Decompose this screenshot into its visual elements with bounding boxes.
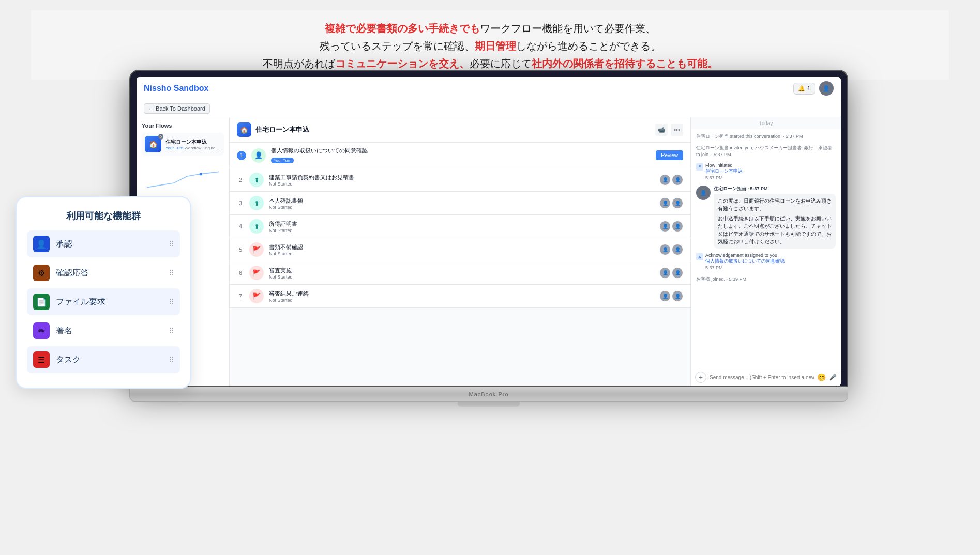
notification-button[interactable]: 🔔 1 [793,83,815,95]
task-row[interactable]: 3 ⬆ 本人確認書類 Not Started 👤 👤 [230,192,690,215]
flow-sub: Your Turn Workflow Engine as... [165,146,221,150]
task-body: 個人情報の取扱いについての同意確認 Your Turn [271,147,651,164]
task-avatar-2: 👤 [672,244,683,255]
task-number: 3 [237,200,244,206]
screen-inner: Nissho Sandbox 🔔 1 👤 ← Back To Dashboard [137,77,841,386]
notification-count: 1 [807,85,810,91]
chat-messages: 住宅ローン担当 started this conversation. · 5:3… [691,129,841,368]
task-avatar-2: 👤 [672,290,683,302]
back-to-dashboard-button[interactable]: ← Back To Dashboard [144,103,210,114]
flow-event-link[interactable]: 住宅ローン本申込 [705,168,743,174]
your-turn-badge: Your Turn [271,158,294,163]
feature-item-label: ファイル要求 [56,297,162,307]
feature-item-label: 署名 [56,326,162,336]
task-list-panel: 🏠 住宅ローン本申込 📹 ••• 1 👤 個人情報の取扱いについての同意確認 Y… [230,117,691,386]
task-row[interactable]: 5 🚩 書類不備確認 Not Started 👤 👤 [230,238,690,261]
sidebar-title: Your Flows [142,122,224,129]
line1-normal: ワークフロー機能を用いて必要作業、 [480,23,656,34]
line3-red: コミュニケーションを交え、 [335,58,470,69]
feature-item-icon: 📄 [33,294,50,310]
task-status: Not Started [269,228,654,233]
laptop-container: Nissho Sandbox 🔔 1 👤 ← Back To Dashboard [129,70,848,407]
chat-panel: Today 住宅ローン担当 started this conversation.… [691,117,841,386]
task-name: 書類不備確認 [269,243,654,251]
drag-handle[interactable]: ⠿ [169,240,174,248]
task-name: 本人確認書類 [269,197,654,205]
drag-handle[interactable]: ⠿ [169,327,174,335]
line3-normal2: 必要に応じて [470,58,532,69]
flow-icon: 🏠 0 [145,136,161,152]
task-row[interactable]: 1 👤 個人情報の取扱いについての同意確認 Your Turn Review [230,143,690,168]
line3-normal: 不明点があれば [263,58,335,69]
drag-handle[interactable]: ⠿ [169,356,174,364]
chat-system-message: お客様 joined. · 5:39 PM [696,276,836,283]
chat-message-input[interactable] [710,375,814,380]
feature-items: 👤 承認 ⠿ ⚙ 確認応答 ⠿ 📄 ファイル要求 ⠿ ✏ 署名 ⠿ ☰ タスク … [27,230,180,373]
your-turn-label: Your Turn [165,146,183,150]
drag-handle[interactable]: ⠿ [169,298,174,306]
drag-handle[interactable]: ⠿ [169,269,174,277]
feature-item-icon: ☰ [33,351,50,368]
chat-ack: A Acknowledgement assigned to you 個人情報の取… [696,253,836,272]
task-icon: 🚩 [249,242,264,257]
video-call-button[interactable]: 📹 [655,124,668,136]
task-avatar-2: 👤 [672,174,683,186]
task-status: Not Started [269,181,654,187]
feature-item-label: 確認応答 [56,268,162,279]
ack-label: Acknowledgement assigned to you [705,253,785,258]
task-list-actions: 📹 ••• [655,124,683,136]
task-body: 建築工事請負契約書又はお見積書 Not Started [269,174,654,187]
chat-add-button[interactable]: + [695,372,706,383]
chart-svg [147,161,219,192]
task-status: Not Started [269,298,654,303]
more-options-button[interactable]: ••• [671,124,683,136]
bubble-content: 住宅ローン担当 · 5:37 PM この度は、日商銀行の住宅ローンをお申込み頂き… [714,186,836,249]
ack-link[interactable]: 個人情報の取扱いについての同意確認 [705,258,785,264]
back-bar: ← Back To Dashboard [137,100,841,117]
task-row[interactable]: 7 🚩 審査結果ご連絡 Not Started 👤 👤 [230,285,690,308]
task-avatars: 👤 👤 [659,267,683,279]
feature-item-icon: 👤 [33,236,50,252]
task-avatars: 👤 👤 [659,290,683,302]
review-button[interactable]: Review [656,150,683,160]
task-row[interactable]: 4 ⬆ 所得証明書 Not Started 👤 👤 [230,215,690,238]
avatar-icon: 👤 [823,85,830,92]
mic-button[interactable]: 🎤 [829,374,837,381]
feature-box: 利用可能な機能群 👤 承認 ⠿ ⚙ 確認応答 ⠿ 📄 ファイル要求 ⠿ ✏ 署名… [16,196,191,389]
task-avatar-2: 👤 [672,267,683,279]
task-name: 審査結果ご連絡 [269,290,654,298]
macbook-screen: Nissho Sandbox 🔔 1 👤 ← Back To Dashboard [129,70,848,387]
macbook-label: MacBook Pro [469,391,508,397]
task-name: 個人情報の取扱いについての同意確認 [271,147,651,155]
flow-info: 住宅ローン本申込 Your Turn Workflow Engine as... [165,138,221,150]
task-list-header: 🏠 住宅ローン本申込 📹 ••• [230,117,690,143]
task-name: 所得証明書 [269,220,654,228]
task-body: 審査実施 Not Started [269,267,654,280]
workflow-engine-label: Workflow Engine as... [185,146,221,150]
flow-item[interactable]: 🏠 0 住宅ローン本申込 Your Turn Workflow Engine a… [142,133,224,156]
svg-point-0 [200,173,202,175]
task-avatars: 👤 👤 [659,197,683,209]
task-row[interactable]: 2 ⬆ 建築工事請負契約書又はお見積書 Not Started 👤 👤 [230,168,690,192]
chat-bubble-wrap: 👤 住宅ローン担当 · 5:37 PM この度は、日商銀行の住宅ローンをお申込み… [696,186,836,249]
task-name: 建築工事請負契約書又はお見積書 [269,174,654,181]
bubble-sender: 住宅ローン担当 · 5:37 PM [714,186,836,192]
task-number: 4 [237,223,244,229]
line1-red: 複雑で必要書類の多い手続きでも [325,23,480,34]
flow-name: 住宅ローン本申込 [165,138,221,146]
feature-item: ☰ タスク ⠿ [27,346,180,373]
emoji-button[interactable]: 😊 [817,373,826,381]
top-text-block: 複雑で必要書類の多い手続きでもワークフロー機能を用いて必要作業、 残っているステ… [31,10,949,80]
flow-event-label: Flow initiated [705,163,743,168]
task-avatar-1: 👤 [659,221,671,232]
bubble-line: この度は、日商銀行の住宅ローンをお申込み頂き有難うございます。 [718,197,832,212]
task-rows: 1 👤 個人情報の取扱いについての同意確認 Your Turn Review 2… [230,143,690,308]
task-avatars: 👤 👤 [659,244,683,255]
feature-box-title: 利用可能な機能群 [27,210,180,222]
task-row[interactable]: 6 🚩 審査実施 Not Started 👤 👤 [230,261,690,285]
user-avatar[interactable]: 👤 [819,81,834,96]
macbook-base: MacBook Pro [129,387,848,402]
feature-item-label: 承認 [56,239,162,250]
app-logo: Nissho Sandbox [144,84,208,93]
flow-event-icon: F [696,163,703,171]
